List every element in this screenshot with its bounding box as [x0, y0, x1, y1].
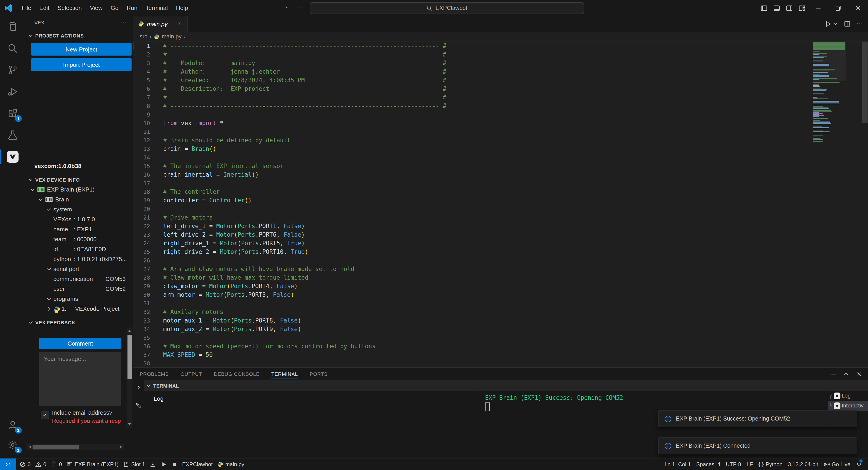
restore-button[interactable] — [828, 0, 848, 16]
statusbar-indentation[interactable]: Spaces: 4 — [694, 459, 723, 470]
menu-file[interactable]: File — [18, 4, 35, 11]
statusbar-language-mode[interactable]: { }Python — [756, 459, 785, 470]
code-editor[interactable]: 1# -------------------------------------… — [133, 41, 868, 368]
statusbar-run-program[interactable] — [158, 459, 169, 470]
tree-item-1-[interactable]: 1:VEXcode Project — [25, 304, 133, 314]
statusbar-stop-program[interactable] — [169, 459, 180, 470]
scrollbar-thumb[interactable] — [33, 445, 79, 449]
scrollbar-thumb[interactable] — [862, 41, 868, 123]
section-project-actions[interactable]: PROJECT ACTIONS — [25, 31, 133, 41]
tree-item-name[interactable]: name: EXP1 — [25, 225, 133, 234]
activity-source-control[interactable] — [0, 59, 25, 81]
toggle-panel-button[interactable] — [770, 0, 782, 16]
maximize-panel-icon[interactable] — [843, 371, 849, 377]
remote-indicator[interactable] — [0, 459, 16, 470]
statusbar-go-live[interactable]: Go Live — [821, 459, 852, 470]
activity-search[interactable] — [0, 37, 25, 59]
section-vex-device-info[interactable]: VEX DEVICE INFO — [25, 175, 133, 185]
close-panel-icon[interactable] — [856, 371, 863, 377]
run-dropdown-icon[interactable] — [833, 21, 838, 26]
activity-run-debug[interactable] — [0, 81, 25, 103]
menu-selection[interactable]: Selection — [54, 4, 86, 11]
back-arrow-icon[interactable]: ← — [285, 3, 291, 9]
menu-run[interactable]: Run — [123, 4, 142, 11]
menu-edit[interactable]: Edit — [35, 4, 54, 11]
tree-item-communication[interactable]: communication: COM53 — [25, 274, 133, 284]
tree-item-vexos[interactable]: VEXos: 1.0.7.0 — [25, 214, 133, 225]
statusbar-cursor-position[interactable]: Ln 1, Col 1 — [662, 459, 693, 470]
breadcrumb[interactable]: src›main.py›... — [133, 32, 868, 41]
panel-tab-ports[interactable]: PORTS — [310, 368, 328, 380]
feedback-message-input[interactable] — [39, 352, 121, 406]
statusbar-vex-device[interactable]: EXP Brain (EXP1) — [64, 459, 121, 470]
activity-vex[interactable] — [0, 146, 25, 168]
command-center-search[interactable]: EXPClawbot — [310, 2, 584, 14]
statusbar-warnings[interactable]: 0 — [33, 459, 49, 470]
customize-layout-button[interactable] — [796, 0, 808, 16]
notification-toast[interactable]: EXP Brain (EXP1) Connected — [658, 437, 857, 455]
close-tab-icon[interactable] — [176, 21, 183, 27]
editor-scrollbar[interactable] — [862, 41, 868, 368]
tree-item-serial-port[interactable]: serial port — [25, 264, 133, 274]
menu-terminal[interactable]: Terminal — [142, 4, 172, 11]
rail-chevron-right-icon[interactable] — [135, 384, 142, 391]
menu-go[interactable]: Go — [107, 4, 123, 11]
terminal-instance-interactiv[interactable]: └Interactiv — [828, 401, 868, 411]
panel-tab-problems[interactable]: PROBLEMS — [140, 368, 169, 380]
tree-item-team[interactable]: team: 000000 — [25, 234, 133, 244]
activity-testing[interactable] — [0, 124, 25, 146]
sidebar-horizontal-scrollbar[interactable] — [27, 444, 124, 450]
statusbar-notifications-bell[interactable] — [854, 459, 864, 470]
activity-explorer[interactable] — [0, 16, 25, 37]
breadcrumb-item[interactable]: src — [140, 33, 147, 40]
terminal-pane-left[interactable]: Log — [144, 391, 475, 459]
activity-extensions[interactable]: 1 — [0, 103, 25, 124]
statusbar-python-interpreter[interactable]: 3.12.2 64-bit — [786, 459, 820, 470]
toggle-secondary-sidebar-button[interactable] — [783, 0, 795, 16]
split-editor-icon[interactable] — [844, 20, 851, 27]
scroll-left-icon[interactable] — [27, 444, 33, 450]
statusbar-project-name[interactable]: EXPClawbot — [180, 459, 215, 470]
tree-item-system[interactable]: system — [25, 205, 133, 214]
activity-settings[interactable]: 1 — [0, 434, 25, 456]
scroll-right-icon[interactable] — [118, 444, 124, 450]
terminal-instance-log[interactable]: ┌Log — [828, 391, 868, 401]
forward-arrow-icon[interactable]: → — [296, 3, 302, 9]
statusbar-download[interactable] — [147, 459, 158, 470]
statusbar-slot[interactable]: Slot 1 — [121, 459, 147, 470]
sidebar-more-actions[interactable]: ⋯ — [121, 19, 127, 25]
statusbar-encoding[interactable]: UTF-8 — [723, 459, 743, 470]
panel-tab-debug-console[interactable]: DEBUG CONSOLE — [214, 368, 259, 380]
import-project-button[interactable]: Import Project — [31, 58, 131, 71]
panel-more-icon[interactable] — [830, 371, 836, 377]
new-project-button[interactable]: New Project — [31, 43, 131, 56]
statusbar-radio[interactable]: 0 — [49, 459, 64, 470]
activity-accounts[interactable]: 1 — [0, 414, 25, 436]
menu-help[interactable]: Help — [172, 4, 192, 11]
section-vex-feedback[interactable]: VEX FEEDBACK — [25, 317, 133, 328]
statusbar-errors[interactable]: 0 — [17, 459, 33, 470]
more-actions-icon[interactable] — [856, 20, 864, 27]
minimap[interactable] — [813, 42, 846, 142]
statusbar-active-file[interactable]: main.py — [215, 459, 247, 470]
run-python-file-icon[interactable] — [825, 20, 832, 27]
comment-button[interactable]: Comment — [39, 338, 121, 349]
scrollbar-thumb[interactable] — [127, 335, 132, 379]
tab-main-py[interactable]: main.py — [133, 16, 188, 32]
tree-item-exp-brain-exp1-[interactable]: EXP Brain (EXP1) — [25, 185, 133, 195]
tree-item-id[interactable]: id: 0EA81E0D — [25, 244, 133, 254]
include-email-checkbox[interactable]: ✓ — [41, 411, 49, 419]
close-button[interactable] — [848, 0, 868, 16]
breadcrumb-item[interactable]: ... — [188, 33, 193, 40]
tree-item-programs[interactable]: programs — [25, 294, 133, 304]
statusbar-eol[interactable]: LF — [744, 459, 755, 470]
tree-item-brain[interactable]: Brain — [25, 195, 133, 205]
terminal-section-header[interactable]: TERMINAL — [144, 380, 868, 391]
minimize-button[interactable] — [808, 0, 828, 16]
scroll-up-icon[interactable] — [127, 328, 132, 334]
toggle-primary-sidebar-button[interactable] — [758, 0, 770, 16]
panel-tab-output[interactable]: OUTPUT — [181, 368, 202, 380]
breadcrumb-item[interactable]: main.py — [162, 33, 182, 40]
tree-item-user[interactable]: user: COM52 — [25, 284, 133, 294]
tree-item-python[interactable]: python: 1.0.0.21 (0xD275... — [25, 254, 133, 264]
